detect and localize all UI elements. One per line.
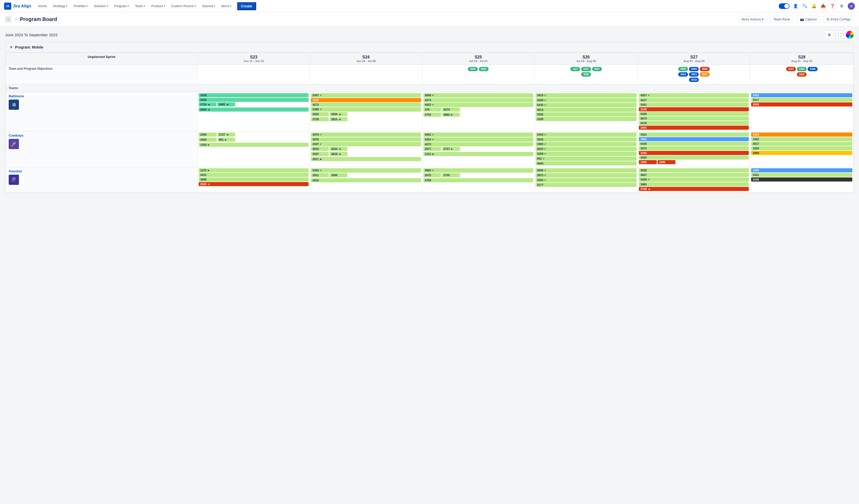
story-card[interactable]: 3421 [639,132,749,137]
story-card[interactable]: 1983 ✓ [536,142,637,146]
story-card[interactable]: 2727 ◄ [217,132,235,137]
story-card[interactable]: 3890 [199,177,308,182]
story-card[interactable]: 4187 ✓ [311,142,421,146]
story-card[interactable]: 2938 [751,103,852,107]
story-card[interactable]: 1231 ► [423,152,533,156]
story-card[interactable]: 2885 [658,160,676,164]
story-card[interactable]: 1243 ► [199,143,308,147]
story-card[interactable]: 2597 [311,152,329,156]
objective-badge[interactable]: 3502 [797,72,807,77]
story-card[interactable]: 3166 [639,107,749,111]
story-card[interactable]: 4052 ✓ [423,132,533,137]
story-card[interactable]: 2464 [199,138,216,142]
story-card[interactable]: 2758 ◄ [639,187,749,191]
story-card[interactable]: 2818 [311,147,329,151]
nav-home[interactable]: Home [35,2,49,10]
story-card[interactable]: 4353 ✓ [423,137,533,142]
story-card[interactable]: 5388 ✓ [311,107,421,112]
search-icon[interactable]: 🔍 [802,3,808,9]
story-card[interactable]: 5393 ✓ [311,168,421,173]
team-rank-button[interactable]: Team Rank [770,16,794,23]
story-card[interactable]: 4098 ✓ [423,93,533,97]
story-card[interactable]: 4207 ✓ [639,93,749,97]
story-card[interactable]: 3317 [751,98,852,102]
story-card[interactable]: 2816 [311,178,421,182]
objective-badge[interactable]: 3602 [678,72,688,77]
story-card[interactable]: 3973 [639,146,749,151]
story-card[interactable]: 3166 [639,151,749,155]
story-card[interactable]: 2481 ◄ [217,103,235,107]
story-card[interactable]: 2417 ► [311,157,421,161]
story-card[interactable]: 2626 ◄ [199,182,308,186]
nav-team[interactable]: Team ▾ [132,2,148,10]
story-card[interactable]: 3978 [311,137,421,141]
story-card[interactable]: 3973 [639,116,749,121]
layout-icon-button[interactable]: ⊞ [825,31,833,39]
create-button[interactable]: Create [237,2,256,10]
story-card[interactable]: 2815 ◄ [330,117,347,121]
objective-badge[interactable]: 3599 [689,67,699,71]
story-card[interactable]: 3960 ✓ [423,168,533,173]
story-card[interactable]: 881 ► [217,138,235,142]
story-card[interactable]: 378 [423,108,441,112]
capture-button[interactable]: 📷 Capture [797,16,820,23]
story-card[interactable]: 2818 ◄ [330,152,347,156]
story-card[interactable]: 4274 [423,98,533,102]
objective-badge[interactable]: 3595 [678,67,688,71]
story-card[interactable]: 2724 ◄ [199,103,216,107]
team-name-cowboys[interactable]: Cowboys [9,133,194,137]
story-card[interactable]: 1554 [751,146,852,151]
story-card[interactable]: 4013 [536,108,637,112]
story-card[interactable]: 2899 [751,151,852,155]
story-card[interactable]: 3526 [536,137,637,141]
story-card[interactable]: 2677 [423,147,441,151]
story-card[interactable]: 832 ✓ [536,157,637,161]
story-card[interactable]: 2506 ◄ [199,108,308,112]
avatar[interactable]: U [848,2,855,10]
story-card[interactable]: 3965 [639,182,749,186]
settings-icon[interactable]: ⚙ [839,3,845,9]
story-card[interactable]: 4379 ✓ [311,132,421,137]
story-card[interactable]: 5426 [639,112,749,116]
story-card[interactable]: 2734 [423,113,441,117]
story-card[interactable]: 4209 [311,98,421,102]
story-card[interactable]: 2551 [311,173,329,177]
story-card[interactable]: 3419 ✓ [536,132,637,137]
story-card[interactable]: 1270 ► [199,168,308,172]
story-card[interactable]: 4023 ✓ [536,147,637,151]
nav-portfolio[interactable]: Portfolio ▾ [71,2,90,10]
nav-starred[interactable]: Starred ▾ [199,2,217,10]
story-card[interactable]: 2768 [423,178,533,182]
story-card[interactable]: 2595 [330,173,347,177]
objective-badge[interactable]: 3498 [808,67,817,71]
color-picker-button[interactable] [846,31,854,39]
story-card[interactable]: 4024 [751,132,852,137]
story-card[interactable]: 3422 [751,93,852,97]
objective-badge[interactable]: 3598 [581,72,591,77]
story-card[interactable]: 2865 [639,126,749,130]
story-card[interactable]: 4273 [311,103,421,107]
story-card[interactable]: 3417 [751,142,852,146]
story-card[interactable]: 3419 ✓ [536,93,637,97]
inbox-icon[interactable]: 📥 [820,3,826,9]
extra-configs-button[interactable]: ⚙ Extra Configs [823,16,854,23]
story-card[interactable]: 4177 [536,183,637,187]
story-card[interactable]: 3489 [751,168,852,172]
objective-badge[interactable]: 3594 [468,67,478,71]
story-card[interactable]: 2650 [311,112,329,116]
story-card[interactable]: 3292 [536,112,637,116]
story-card[interactable]: 3431 [199,173,308,177]
user-icon[interactable]: 👤 [793,3,799,9]
story-card[interactable]: 2737 ► [442,147,460,151]
objective-badge[interactable]: 1457 [581,67,591,71]
story-card[interactable]: 3429 ✓ [639,177,749,182]
team-name-houston[interactable]: Houston [9,169,194,173]
expand-icon-button[interactable]: ⛶ [835,31,844,39]
story-card[interactable]: 3420 [639,156,749,160]
star-icon[interactable]: ☆ [14,17,18,22]
story-card[interactable]: 2509 [199,132,216,137]
story-card[interactable]: 5426 [639,142,749,146]
story-card[interactable]: 2882 ► [442,113,460,117]
logo[interactable]: JA Jira Align [4,2,31,10]
story-card[interactable]: 2729 [311,117,329,121]
